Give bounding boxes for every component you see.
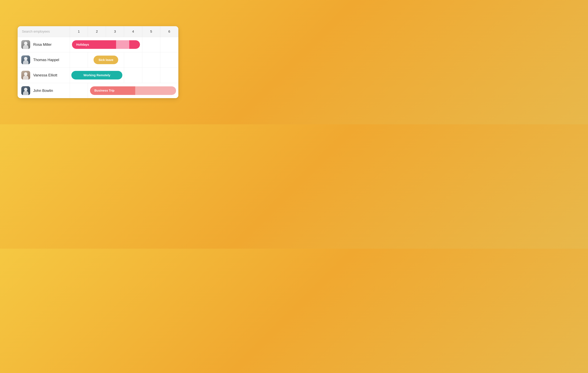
- header-row: Search employees 1 2 3 4 5 6: [18, 26, 178, 37]
- employee-cell-rosa: Rosa Miller: [18, 37, 70, 52]
- empty-cell: [124, 52, 142, 68]
- empty-cell: [160, 37, 178, 52]
- day-header-2: 2: [88, 26, 106, 37]
- day-header-3: 3: [106, 26, 124, 37]
- employee-name: Rosa Miller: [33, 42, 52, 47]
- schedule-card: Search employees 1 2 3 4 5 6: [18, 26, 178, 98]
- business-trip-badge: Business Trip: [90, 86, 135, 95]
- empty-cell: [70, 52, 88, 68]
- empty-cell: [124, 68, 142, 83]
- day-header-1: 1: [70, 26, 88, 37]
- empty-cell: [142, 52, 160, 68]
- employee-name: Thomas Happel: [33, 58, 59, 62]
- empty-cell: [142, 68, 160, 83]
- empty-cell: [160, 52, 178, 68]
- employee-name: John Bowlin: [33, 89, 53, 93]
- working-remotely-badge: Working Remotely: [71, 71, 122, 80]
- holidays-fade: [116, 40, 129, 49]
- employee-cell-thomas: Thomas Happel: [18, 52, 70, 68]
- holidays-end: [129, 40, 140, 49]
- business-trip-event-cell[interactable]: Business Trip: [88, 83, 178, 98]
- schedule-table: Search employees 1 2 3 4 5 6: [18, 26, 178, 98]
- search-placeholder: Search employees: [22, 30, 50, 33]
- day-header-6: 6: [160, 26, 178, 37]
- day-header-4: 4: [124, 26, 142, 37]
- holidays-event-cell[interactable]: Holidays: [70, 37, 142, 52]
- employee-name: Vanessa Elliott: [33, 73, 57, 77]
- avatar: [21, 71, 30, 80]
- table-row: Thomas Happel Sick leave: [18, 52, 178, 68]
- empty-cell: [70, 83, 88, 98]
- search-header[interactable]: Search employees: [18, 26, 70, 37]
- employee-cell-john: John Bowlin: [18, 83, 70, 98]
- empty-cell: [160, 68, 178, 83]
- employee-cell-vanessa: Vanessa Elliott: [18, 68, 70, 83]
- sick-leave-event-cell[interactable]: Sick leave: [88, 52, 124, 68]
- table-row: Rosa Miller Holidays: [18, 37, 178, 52]
- holidays-badge: Holidays: [72, 40, 116, 49]
- avatar: [21, 55, 30, 64]
- business-trip-fade: [135, 86, 176, 95]
- table-row: Vanessa Elliott Working Remotely: [18, 68, 178, 83]
- empty-cell: [142, 37, 160, 52]
- working-remotely-event-cell[interactable]: Working Remotely: [70, 68, 124, 83]
- avatar: [21, 40, 30, 49]
- avatar: [21, 86, 30, 95]
- day-header-5: 5: [142, 26, 160, 37]
- table-row: John Bowlin Business Trip: [18, 83, 178, 98]
- sick-leave-badge: Sick leave: [94, 56, 118, 64]
